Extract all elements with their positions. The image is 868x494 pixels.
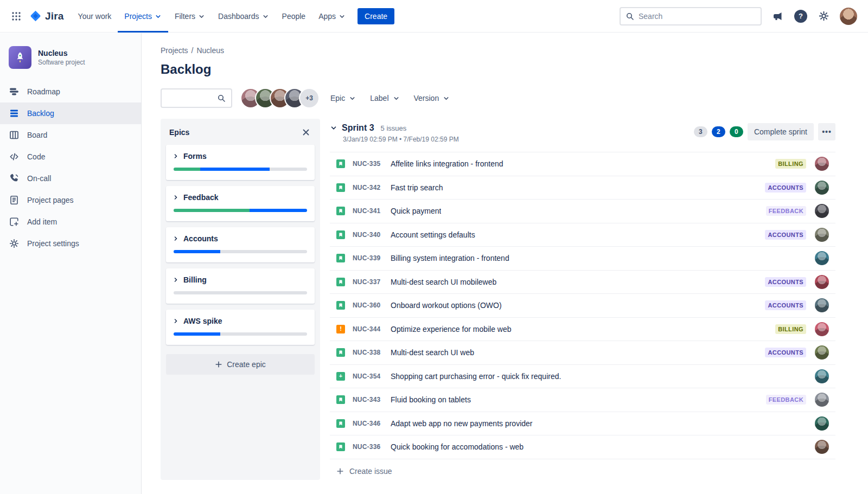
label-filter-dropdown[interactable]: Label	[368, 91, 401, 106]
backlog-page: Projects / Nucleus Backlog +3 Epic Label	[142, 33, 868, 494]
nav-filters[interactable]: Filters	[168, 0, 212, 33]
sidebar-item-project-settings[interactable]: Project settings	[0, 233, 141, 254]
chevron-right-icon[interactable]	[173, 153, 179, 159]
epic-label-badge[interactable]: ACCOUNTS	[765, 277, 806, 287]
assignee-avatar[interactable]	[815, 345, 829, 360]
chevron-right-icon[interactable]	[173, 277, 179, 283]
global-search[interactable]	[620, 7, 762, 25]
epic-card-billing[interactable]: Billing	[166, 268, 315, 304]
assignee-avatar[interactable]	[815, 440, 829, 454]
sidebar-item-code[interactable]: Code	[0, 146, 141, 168]
create-issue-label: Create issue	[349, 467, 392, 476]
issue-row[interactable]: NUC-339 Billing system integration - fro…	[330, 247, 835, 271]
assignee-avatar[interactable]	[815, 204, 829, 218]
issue-title: Onboard workout options (OWO)	[391, 301, 502, 310]
version-filter-dropdown[interactable]: Version	[412, 91, 452, 106]
epic-name: Forms	[183, 152, 207, 161]
user-avatar[interactable]	[840, 8, 857, 25]
sprint-more-actions-button[interactable]: •••	[818, 123, 835, 140]
nav-projects[interactable]: Projects	[118, 0, 168, 33]
breadcrumb-nucleus-link[interactable]: Nucleus	[196, 46, 224, 55]
epic-card-feedback[interactable]: Feedback	[166, 186, 315, 221]
sidebar-item-project-pages[interactable]: Project pages	[0, 189, 141, 211]
warning-issue-type-icon: !	[336, 325, 345, 333]
jira-logo-icon	[29, 10, 42, 22]
sidebar-item-roadmap[interactable]: Roadmap	[0, 81, 141, 102]
issue-row[interactable]: NUC-336 Quick booking for accomodations …	[330, 435, 835, 459]
issue-row[interactable]: NUC-360 Onboard workout options (OWO) AC…	[330, 294, 835, 318]
assignee-avatar[interactable]	[815, 275, 829, 289]
close-icon[interactable]	[301, 127, 311, 138]
story-icon	[336, 348, 345, 357]
epic-label-badge[interactable]: FEEDBACK	[766, 395, 806, 405]
assignee-avatar[interactable]	[815, 181, 829, 195]
project-sidebar: Nucleus Software project Roadmap Backlog…	[0, 33, 142, 494]
chevron-right-icon[interactable]	[173, 194, 179, 201]
issue-row[interactable]: NUC-338 Multi-dest search UI web ACCOUNT…	[330, 341, 835, 365]
epic-label-badge[interactable]: ACCOUNTS	[765, 183, 806, 193]
assignee-avatar[interactable]	[815, 322, 829, 336]
create-epic-button[interactable]: Create epic	[166, 354, 315, 375]
sidebar-item-oncall[interactable]: On-call	[0, 168, 141, 189]
issue-key: NUC-337	[353, 278, 386, 286]
issue-row[interactable]: NUC-342 Fast trip search ACCOUNTS	[330, 176, 835, 200]
issue-key: NUC-344	[353, 325, 386, 333]
issue-row[interactable]: NUC-340 Account settings defaults ACCOUN…	[330, 223, 835, 247]
backlog-search[interactable]	[161, 88, 232, 108]
chevron-right-icon[interactable]	[173, 235, 179, 242]
assignee-avatar[interactable]	[815, 251, 829, 265]
sprint-header: Sprint 3 5 issues 3/Jan/19 02:59 PM • 7/…	[330, 119, 835, 145]
assignee-avatar[interactable]	[815, 393, 829, 407]
assignee-avatar[interactable]	[815, 369, 829, 383]
chevron-right-icon[interactable]	[173, 318, 179, 324]
sprint-collapse-toggle[interactable]: Sprint 3 5 issues	[330, 123, 459, 133]
issue-row[interactable]: NUC-341 Quick payment FEEDBACK	[330, 200, 835, 223]
sidebar-item-backlog[interactable]: Backlog	[0, 102, 141, 124]
sidebar-item-board[interactable]: Board	[0, 124, 141, 146]
sprint-controls: 3 2 0 Complete sprint •••	[694, 123, 835, 140]
epic-card-accounts[interactable]: Accounts	[166, 227, 315, 262]
issue-row[interactable]: NUC-343 Fluid booking on tablets FEEDBAC…	[330, 388, 835, 412]
epic-label-badge[interactable]: FEEDBACK	[766, 206, 806, 216]
breadcrumb-projects-link[interactable]: Projects	[161, 46, 188, 55]
nav-apps[interactable]: Apps	[312, 0, 352, 33]
roadmap-icon	[9, 86, 20, 97]
epic-card-forms[interactable]: Forms	[166, 145, 315, 180]
issue-row[interactable]: NUC-346 Adapt web app no new payments pr…	[330, 412, 835, 436]
create-issue-button[interactable]: Create issue	[330, 459, 835, 483]
nav-dashboards[interactable]: Dashboards	[212, 0, 276, 33]
gear-icon[interactable]	[816, 9, 831, 24]
announcement-icon[interactable]	[770, 9, 786, 24]
oncall-icon	[9, 173, 20, 184]
jira-logo[interactable]: Jira	[25, 10, 72, 22]
nav-your-work[interactable]: Your work	[72, 0, 118, 33]
epic-card-aws-spike[interactable]: AWS spike	[166, 310, 315, 345]
app-switcher-icon[interactable]	[8, 8, 25, 25]
issue-row[interactable]: ! NUC-344 Optimize experience for mobile…	[330, 318, 835, 342]
epic-label-badge[interactable]: BILLING	[775, 324, 806, 334]
epic-label-badge[interactable]: BILLING	[775, 159, 806, 169]
assignee-avatar[interactable]	[815, 228, 829, 242]
epic-label-badge[interactable]: ACCOUNTS	[765, 230, 806, 240]
complete-sprint-button[interactable]: Complete sprint	[748, 123, 814, 140]
create-button[interactable]: Create	[358, 8, 394, 24]
help-icon[interactable]: ?	[794, 10, 807, 23]
epic-label-badge[interactable]: ACCOUNTS	[765, 300, 806, 310]
assignee-avatar[interactable]	[815, 157, 829, 171]
epic-filter-dropdown[interactable]: Epic	[328, 91, 358, 106]
nav-people[interactable]: People	[276, 0, 312, 33]
sidebar-item-add-item[interactable]: Add item	[0, 211, 141, 233]
epics-panel-title: Epics	[169, 128, 189, 137]
project-type: Software project	[38, 59, 85, 66]
assignee-avatar[interactable]	[815, 416, 829, 431]
issue-row[interactable]: + NUC-354 Shopping cart purchasing error…	[330, 365, 835, 389]
sprint-date-range: 3/Jan/19 02:59 PM • 7/Feb/19 02:59 PM	[343, 136, 459, 143]
avatar-overflow-count[interactable]: +3	[300, 89, 318, 107]
backlog-search-input[interactable]	[167, 94, 214, 102]
epic-label-badge[interactable]: ACCOUNTS	[765, 348, 806, 357]
issue-title: Account settings defaults	[391, 230, 475, 239]
assignee-avatar[interactable]	[815, 298, 829, 312]
issue-row[interactable]: NUC-337 Multi-dest search UI mobileweb A…	[330, 271, 835, 294]
issue-row[interactable]: NUC-335 Affelite links integration - fro…	[330, 152, 835, 176]
global-search-input[interactable]	[639, 12, 756, 21]
